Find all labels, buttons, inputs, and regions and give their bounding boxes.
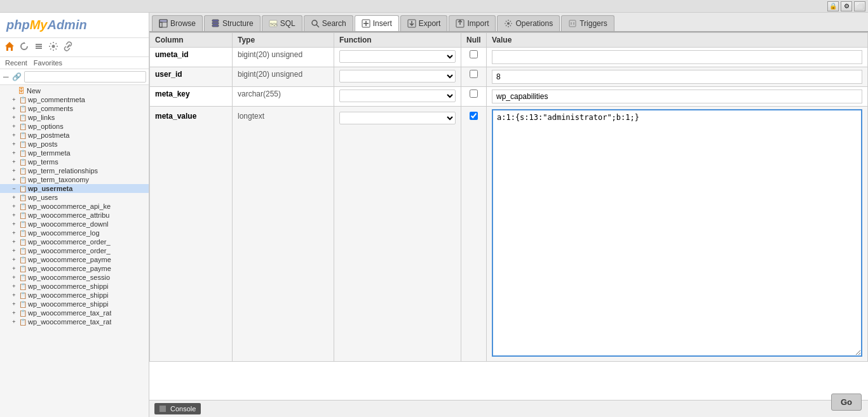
maximize-icon[interactable]: ⬜ (854, 1, 865, 11)
tab-browse[interactable]: Browse (152, 15, 203, 31)
expand-wp-terms[interactable]: + (10, 158, 18, 166)
label-wp-woo-ship1[interactable]: wp_woocommerce_shippi (28, 282, 109, 290)
expand-wp-woo-api[interactable]: + (10, 202, 18, 210)
sidebar-item-wp-term-relationships[interactable]: + 📋 wp_term_relationships (0, 166, 149, 175)
expand-wp-woo-pay1[interactable]: + (10, 256, 18, 263)
label-wp-woo-order1[interactable]: wp_woocommerce_order_ (28, 238, 111, 246)
label-wp-woo-ship3[interactable]: wp_woocommerce_shippi (28, 300, 109, 308)
expand-wp-termmeta[interactable]: + (10, 149, 18, 157)
label-wp-links[interactable]: wp_links (28, 114, 55, 121)
sidebar-item-wp-woo-api[interactable]: + 📋 wp_woocommerce_api_ke (0, 202, 149, 211)
sidebar-item-wp-woo-dl[interactable]: + 📋 wp_woocommerce_downl (0, 220, 149, 228)
sidebar-item-wp-woo-pay1[interactable]: + 📋 wp_woocommerce_payme (0, 255, 149, 264)
expand-wp-options[interactable]: + (10, 122, 18, 130)
console-button[interactable]: Console (154, 403, 201, 414)
expand-wp-woo-order2[interactable]: + (10, 247, 18, 255)
label-wp-termmeta[interactable]: wp_termmeta (28, 149, 71, 157)
label-wp-terms[interactable]: wp_terms (28, 158, 58, 166)
tab-import[interactable]: Import (449, 15, 496, 31)
expand-wp-woo-ship1[interactable]: + (10, 282, 18, 290)
function-select-umeta-id[interactable] (339, 50, 456, 63)
label-wp-postmeta[interactable]: wp_postmeta (28, 131, 69, 139)
value-input-meta-key[interactable] (492, 89, 862, 103)
label-wp-woo-pay1[interactable]: wp_woocommerce_payme (28, 256, 111, 263)
value-input-umeta-id[interactable] (492, 50, 862, 64)
sidebar-item-wp-woo-order1[interactable]: + 📋 wp_woocommerce_order_ (0, 237, 149, 246)
cell-function-user-id[interactable] (334, 67, 461, 87)
sidebar-item-wp-postmeta[interactable]: + 📋 wp_postmeta (0, 131, 149, 140)
sidebar-item-wp-comments[interactable]: + 📋 wp_comments (0, 104, 149, 113)
expand-wp-posts[interactable]: + (10, 140, 18, 148)
expand-wp-woo-dl[interactable]: + (10, 220, 18, 228)
label-wp-woo-sess[interactable]: wp_woocommerce_sessio (28, 274, 110, 281)
sidebar-item-wp-commentmeta[interactable]: + 📋 wp_commentmeta (0, 95, 149, 104)
label-wp-comments[interactable]: wp_comments (28, 105, 73, 112)
expand-wp-usermeta[interactable]: − (10, 185, 18, 192)
expand-wp-woo-ship3[interactable]: + (10, 300, 18, 308)
label-wp-term-relationships[interactable]: wp_term_relationships (28, 167, 98, 175)
label-wp-woo-api[interactable]: wp_woocommerce_api_ke (28, 202, 111, 210)
cell-function-umeta-id[interactable] (334, 48, 461, 67)
value-input-user-id[interactable] (492, 70, 862, 84)
sidebar-item-wp-woo-ship1[interactable]: + 📋 wp_woocommerce_shippi (0, 282, 149, 291)
expand-wp-woo-pay2[interactable]: + (10, 265, 18, 272)
tab-insert[interactable]: Insert (355, 15, 399, 32)
cell-value-umeta-id[interactable] (487, 48, 868, 67)
tab-search[interactable]: Search (304, 15, 353, 31)
sidebar-item-new[interactable]: 🗄 New (0, 86, 149, 95)
label-wp-commentmeta[interactable]: wp_commentmeta (28, 96, 85, 103)
tab-sql[interactable]: SQL SQL (262, 15, 302, 31)
expand-wp-links[interactable]: + (10, 114, 18, 121)
sidebar-item-wp-usermeta[interactable]: − 📋 wp_usermeta (0, 184, 149, 193)
cell-function-meta-key[interactable] (334, 87, 461, 107)
link-icon[interactable] (62, 41, 74, 54)
null-checkbox-user-id[interactable] (470, 70, 478, 78)
cell-value-user-id[interactable] (487, 67, 868, 87)
sidebar-item-wp-woo-tax2[interactable]: + 📋 wp_woocommerce_tax_rat (0, 317, 149, 326)
link-copy-icon[interactable]: 🔗 (11, 72, 22, 82)
label-wp-users[interactable]: wp_users (28, 194, 58, 201)
function-select-user-id[interactable] (339, 70, 456, 83)
sidebar-item-wp-options[interactable]: + 📋 wp_options (0, 122, 149, 131)
cell-value-meta-key[interactable] (487, 87, 868, 107)
cell-null-user-id[interactable] (461, 67, 487, 87)
cell-null-meta-value[interactable] (461, 107, 487, 362)
label-wp-woo-log[interactable]: wp_woocommerce_log (28, 229, 100, 237)
label-wp-woo-attr[interactable]: wp_woocommerce_attribu (28, 211, 109, 219)
expand-wp-woo-order1[interactable]: + (10, 238, 18, 246)
label-wp-term-taxonomy[interactable]: wp_term_taxonomy (28, 176, 89, 183)
tab-structure[interactable]: Structure (204, 15, 261, 31)
label-wp-posts[interactable]: wp_posts (28, 140, 57, 148)
sidebar-item-wp-woo-tax1[interactable]: + 📋 wp_woocommerce_tax_rat (0, 308, 149, 317)
recent-link[interactable]: Recent (5, 59, 27, 67)
null-checkbox-meta-key[interactable] (470, 89, 478, 98)
expand-wp-woo-tax1[interactable]: + (10, 309, 18, 317)
home-icon[interactable] (4, 41, 15, 54)
label-wp-woo-order2[interactable]: wp_woocommerce_order_ (28, 247, 111, 255)
function-select-meta-key[interactable] (339, 89, 456, 102)
go-button[interactable]: Go (831, 394, 862, 411)
sidebar-item-wp-posts[interactable]: + 📋 wp_posts (0, 140, 149, 149)
expand-wp-woo-tax2[interactable]: + (10, 318, 18, 326)
cell-null-umeta-id[interactable] (461, 48, 487, 67)
sidebar-item-wp-woo-order2[interactable]: + 📋 wp_woocommerce_order_ (0, 246, 149, 255)
cell-function-meta-value[interactable] (334, 107, 461, 362)
sidebar-item-wp-users[interactable]: + 📋 wp_users (0, 193, 149, 202)
expand-wp-term-tax[interactable]: + (10, 176, 18, 183)
sidebar-item-wp-woo-ship3[interactable]: + 📋 wp_woocommerce_shippi (0, 300, 149, 308)
value-textarea-meta-value[interactable]: a:1:{s:13:"administrator";b:1;} (492, 109, 862, 357)
info-icon[interactable] (33, 41, 44, 54)
cell-value-meta-value[interactable]: a:1:{s:13:"administrator";b:1;} (487, 107, 868, 362)
expand-wp-comments[interactable]: + (10, 105, 18, 112)
expand-wp-postmeta[interactable]: + (10, 131, 18, 139)
cell-null-meta-key[interactable] (461, 87, 487, 107)
sidebar-item-wp-links[interactable]: + 📋 wp_links (0, 113, 149, 122)
collapse-all-icon[interactable]: ─ (3, 72, 10, 82)
null-checkbox-umeta-id[interactable] (470, 50, 478, 58)
sidebar-item-wp-term-taxonomy[interactable]: + 📋 wp_term_taxonomy (0, 175, 149, 184)
expand-wp-users[interactable]: + (10, 194, 18, 201)
sidebar-item-wp-woo-sess[interactable]: + 📋 wp_woocommerce_sessio (0, 273, 149, 282)
tab-triggers[interactable]: Triggers (561, 15, 614, 31)
expand-wp-woo-sess[interactable]: + (10, 274, 18, 281)
sidebar-item-wp-woo-log[interactable]: + 📋 wp_woocommerce_log (0, 228, 149, 237)
